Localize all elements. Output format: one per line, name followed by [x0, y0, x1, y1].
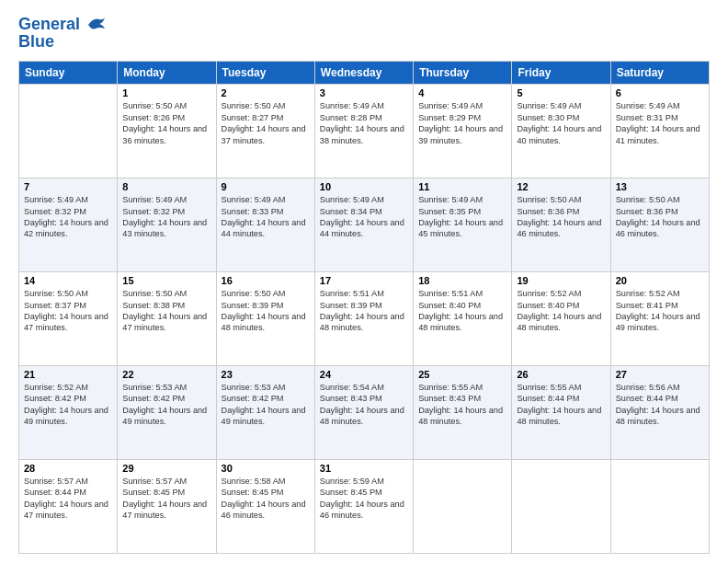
calendar-day-cell: 23Sunrise: 5:53 AMSunset: 8:42 PMDayligh…	[216, 366, 314, 460]
calendar-day-cell	[414, 460, 512, 554]
calendar-day-cell: 2Sunrise: 5:50 AMSunset: 8:27 PMDaylight…	[216, 85, 314, 178]
day-number: 22	[122, 369, 210, 380]
day-number: 20	[616, 275, 704, 286]
day-info: Sunrise: 5:49 AMSunset: 8:30 PMDaylight:…	[517, 100, 605, 146]
day-info: Sunrise: 5:49 AMSunset: 8:32 PMDaylight:…	[122, 194, 210, 240]
logo-bird-icon	[86, 16, 107, 34]
logo-general: General	[18, 15, 80, 33]
day-info: Sunrise: 5:50 AMSunset: 8:27 PMDaylight:…	[222, 100, 310, 146]
header: General Blue	[18, 15, 710, 52]
day-number: 5	[517, 87, 605, 98]
day-info: Sunrise: 5:54 AMSunset: 8:43 PMDaylight:…	[320, 382, 408, 428]
calendar-day-cell: 16Sunrise: 5:50 AMSunset: 8:39 PMDayligh…	[216, 272, 314, 366]
calendar-day-cell: 5Sunrise: 5:49 AMSunset: 8:30 PMDaylight…	[512, 85, 610, 178]
day-info: Sunrise: 5:57 AMSunset: 8:45 PMDaylight:…	[122, 476, 210, 522]
day-number: 2	[222, 87, 310, 98]
weekday-header-cell: Friday	[512, 62, 610, 85]
calendar-day-cell: 14Sunrise: 5:50 AMSunset: 8:37 PMDayligh…	[19, 272, 118, 366]
calendar-day-cell	[610, 460, 709, 554]
day-info: Sunrise: 5:50 AMSunset: 8:36 PMDaylight:…	[517, 194, 605, 240]
weekday-header-cell: Wednesday	[314, 62, 413, 85]
calendar-day-cell: 29Sunrise: 5:57 AMSunset: 8:45 PMDayligh…	[118, 460, 216, 554]
day-info: Sunrise: 5:55 AMSunset: 8:44 PMDaylight:…	[517, 382, 605, 428]
day-number: 27	[616, 369, 704, 380]
calendar-day-cell: 25Sunrise: 5:55 AMSunset: 8:43 PMDayligh…	[414, 366, 512, 460]
calendar-day-cell: 12Sunrise: 5:50 AMSunset: 8:36 PMDayligh…	[512, 178, 610, 272]
calendar-day-cell: 9Sunrise: 5:49 AMSunset: 8:33 PMDaylight…	[216, 178, 314, 272]
calendar-week-row: 1Sunrise: 5:50 AMSunset: 8:26 PMDaylight…	[19, 85, 710, 178]
day-info: Sunrise: 5:50 AMSunset: 8:39 PMDaylight:…	[222, 288, 310, 334]
calendar-day-cell: 31Sunrise: 5:59 AMSunset: 8:45 PMDayligh…	[314, 460, 413, 554]
day-info: Sunrise: 5:58 AMSunset: 8:45 PMDaylight:…	[222, 476, 310, 522]
calendar-day-cell: 11Sunrise: 5:49 AMSunset: 8:35 PMDayligh…	[414, 178, 512, 272]
day-info: Sunrise: 5:52 AMSunset: 8:41 PMDaylight:…	[616, 288, 704, 334]
calendar-day-cell: 20Sunrise: 5:52 AMSunset: 8:41 PMDayligh…	[610, 272, 709, 366]
day-number: 4	[418, 87, 506, 98]
day-info: Sunrise: 5:49 AMSunset: 8:31 PMDaylight:…	[616, 100, 704, 146]
day-info: Sunrise: 5:52 AMSunset: 8:42 PMDaylight:…	[24, 382, 112, 428]
calendar-day-cell: 15Sunrise: 5:50 AMSunset: 8:38 PMDayligh…	[118, 272, 216, 366]
weekday-header-row: SundayMondayTuesdayWednesdayThursdayFrid…	[19, 62, 710, 85]
logo: General Blue	[18, 15, 107, 52]
calendar-day-cell: 19Sunrise: 5:52 AMSunset: 8:40 PMDayligh…	[512, 272, 610, 366]
calendar-day-cell: 26Sunrise: 5:55 AMSunset: 8:44 PMDayligh…	[512, 366, 610, 460]
calendar-day-cell: 28Sunrise: 5:57 AMSunset: 8:44 PMDayligh…	[19, 460, 118, 554]
weekday-header-cell: Saturday	[610, 62, 709, 85]
calendar-week-row: 28Sunrise: 5:57 AMSunset: 8:44 PMDayligh…	[19, 460, 710, 554]
calendar-body: 1Sunrise: 5:50 AMSunset: 8:26 PMDaylight…	[19, 85, 710, 554]
day-info: Sunrise: 5:51 AMSunset: 8:39 PMDaylight:…	[320, 288, 408, 334]
calendar-week-row: 21Sunrise: 5:52 AMSunset: 8:42 PMDayligh…	[19, 366, 710, 460]
day-number: 17	[320, 275, 408, 286]
day-number: 8	[122, 181, 210, 192]
day-info: Sunrise: 5:49 AMSunset: 8:34 PMDaylight:…	[320, 194, 408, 240]
weekday-header-cell: Sunday	[19, 62, 118, 85]
calendar-day-cell: 4Sunrise: 5:49 AMSunset: 8:29 PMDaylight…	[414, 85, 512, 178]
calendar-day-cell: 6Sunrise: 5:49 AMSunset: 8:31 PMDaylight…	[610, 85, 709, 178]
page: General Blue SundayMondayTuesdayWednesda…	[0, 0, 728, 563]
day-number: 25	[418, 369, 506, 380]
weekday-header-cell: Thursday	[414, 62, 512, 85]
calendar-day-cell: 7Sunrise: 5:49 AMSunset: 8:32 PMDaylight…	[19, 178, 118, 272]
day-number: 29	[122, 463, 210, 474]
calendar-day-cell: 24Sunrise: 5:54 AMSunset: 8:43 PMDayligh…	[314, 366, 413, 460]
day-number: 31	[320, 463, 408, 474]
calendar-day-cell: 21Sunrise: 5:52 AMSunset: 8:42 PMDayligh…	[19, 366, 118, 460]
day-number: 15	[122, 275, 210, 286]
weekday-header-cell: Monday	[118, 62, 216, 85]
day-number: 3	[320, 87, 408, 98]
day-info: Sunrise: 5:49 AMSunset: 8:29 PMDaylight:…	[418, 100, 506, 146]
day-info: Sunrise: 5:56 AMSunset: 8:44 PMDaylight:…	[616, 382, 704, 428]
day-info: Sunrise: 5:57 AMSunset: 8:44 PMDaylight:…	[24, 476, 112, 522]
day-info: Sunrise: 5:49 AMSunset: 8:33 PMDaylight:…	[222, 194, 310, 240]
day-number: 19	[517, 275, 605, 286]
weekday-header-cell: Tuesday	[216, 62, 314, 85]
day-info: Sunrise: 5:50 AMSunset: 8:37 PMDaylight:…	[24, 288, 112, 334]
day-number: 18	[418, 275, 506, 286]
day-number: 21	[24, 369, 112, 380]
calendar-day-cell: 18Sunrise: 5:51 AMSunset: 8:40 PMDayligh…	[414, 272, 512, 366]
day-number: 7	[24, 181, 112, 192]
day-number: 1	[122, 87, 210, 98]
calendar-week-row: 7Sunrise: 5:49 AMSunset: 8:32 PMDaylight…	[19, 178, 710, 272]
day-info: Sunrise: 5:55 AMSunset: 8:43 PMDaylight:…	[418, 382, 506, 428]
calendar-day-cell: 10Sunrise: 5:49 AMSunset: 8:34 PMDayligh…	[314, 178, 413, 272]
day-info: Sunrise: 5:50 AMSunset: 8:26 PMDaylight:…	[122, 100, 210, 146]
day-info: Sunrise: 5:49 AMSunset: 8:28 PMDaylight:…	[320, 100, 408, 146]
calendar-day-cell: 27Sunrise: 5:56 AMSunset: 8:44 PMDayligh…	[610, 366, 709, 460]
day-number: 12	[517, 181, 605, 192]
day-number: 16	[222, 275, 310, 286]
day-info: Sunrise: 5:53 AMSunset: 8:42 PMDaylight:…	[122, 382, 210, 428]
calendar-day-cell: 8Sunrise: 5:49 AMSunset: 8:32 PMDaylight…	[118, 178, 216, 272]
day-info: Sunrise: 5:49 AMSunset: 8:35 PMDaylight:…	[418, 194, 506, 240]
calendar-day-cell	[19, 85, 118, 178]
day-info: Sunrise: 5:52 AMSunset: 8:40 PMDaylight:…	[517, 288, 605, 334]
day-number: 24	[320, 369, 408, 380]
logo-blue: Blue	[18, 32, 107, 52]
calendar-day-cell: 17Sunrise: 5:51 AMSunset: 8:39 PMDayligh…	[314, 272, 413, 366]
day-info: Sunrise: 5:50 AMSunset: 8:38 PMDaylight:…	[122, 288, 210, 334]
calendar-table: SundayMondayTuesdayWednesdayThursdayFrid…	[18, 61, 710, 554]
day-info: Sunrise: 5:50 AMSunset: 8:36 PMDaylight:…	[616, 194, 704, 240]
day-number: 28	[24, 463, 112, 474]
calendar-week-row: 14Sunrise: 5:50 AMSunset: 8:37 PMDayligh…	[19, 272, 710, 366]
day-info: Sunrise: 5:53 AMSunset: 8:42 PMDaylight:…	[222, 382, 310, 428]
